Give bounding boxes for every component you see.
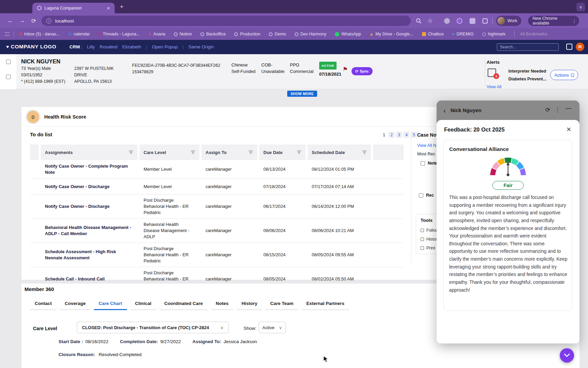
docs-extension-icon[interactable] [470, 13, 475, 28]
nav-link[interactable]: Same Origin [189, 44, 214, 49]
bookmarks-divider-right [514, 31, 514, 37]
pagination-item[interactable]: 3 [396, 132, 402, 138]
nav-link[interactable]: Open Popup [152, 44, 178, 49]
site-info-icon[interactable]: i [46, 18, 51, 24]
header-cell[interactable]: Assign To [201, 144, 257, 160]
crm-label: CRM [69, 44, 80, 49]
browser-tab[interactable]: Laguna Companion × [32, 3, 115, 13]
filter-icon[interactable] [297, 150, 301, 154]
tab-care-chart[interactable]: Care Chart [94, 298, 127, 310]
filter-icon[interactable] [129, 150, 133, 154]
rail-checkbox-1[interactable] [6, 60, 11, 64]
back-chevron-icon[interactable]: ‹ [443, 106, 446, 114]
bookmark-star-icon[interactable]: ☆ [427, 13, 433, 28]
refresh-icon[interactable]: ⟳ [545, 106, 550, 113]
todo-row[interactable]: Notify Case Owner - Discharge Member Lev… [30, 179, 404, 195]
show-more-button[interactable]: SHOW MORE [287, 91, 317, 97]
filter-icon[interactable] [191, 150, 195, 154]
due-date-cell: 08/06/2024 [259, 225, 306, 236]
bookmark-item[interactable]: Demo [269, 32, 286, 36]
assign-to-cell: careManager [201, 164, 257, 175]
bookmark-item[interactable]: Backoffice [200, 32, 226, 36]
bookmark-item[interactable]: WhatsApp [335, 32, 361, 36]
tab-external-partners[interactable]: External Partners [301, 298, 349, 310]
bookmark-item[interactable]: ▲My Drive - Google... [370, 32, 413, 36]
rail-checkbox-2[interactable] [6, 75, 11, 79]
tool-item-print[interactable]: Print [421, 246, 435, 250]
pagination-item[interactable]: 4 [403, 132, 410, 138]
bookmark-item[interactable]: MInbox (5) - danas... [19, 32, 60, 36]
tab-close-icon[interactable]: × [105, 5, 111, 11]
view-all-notes-link[interactable]: View All N [417, 143, 436, 148]
tab-contact[interactable]: Contact [30, 298, 56, 310]
header-cell[interactable]: Due Date [259, 144, 306, 160]
bookmark-item[interactable]: ∴Asana [148, 32, 165, 36]
rec-checkbox[interactable] [419, 193, 423, 198]
care-level-select[interactable]: CLOSED: Post Discharge - Transition of C… [77, 322, 229, 333]
bookmark-item[interactable]: #Threads - Laguna... [98, 32, 140, 36]
show-select[interactable]: Active ∨ [259, 322, 286, 333]
extensions-puzzle-icon[interactable] [483, 13, 488, 28]
side-panel-icon[interactable] [5, 32, 10, 36]
bookmark-item[interactable]: Chatbox [422, 32, 444, 36]
kebab-menu-icon[interactable]: ⋮ [555, 106, 560, 113]
rec-checkbox-row[interactable]: Rec [419, 193, 434, 198]
actions-button[interactable]: Actions [550, 70, 578, 80]
todo-row[interactable]: Behavioral Health Disease Management - A… [30, 219, 404, 243]
browser-profile-chip[interactable]: Work [496, 16, 521, 26]
note-checkbox-row[interactable]: Note [421, 161, 437, 166]
bookmark-item[interactable]: Notion [174, 32, 192, 36]
tab-search-chevron-icon[interactable]: ∨ [576, 3, 585, 11]
filter-icon[interactable] [248, 150, 253, 154]
header-cell[interactable]: Care Level [140, 144, 199, 160]
nav-link[interactable]: Elizabeth [122, 44, 141, 49]
flag-icon[interactable]: ⚑ [343, 66, 348, 73]
nav-link[interactable]: Lilly [87, 44, 95, 49]
site-circle-icon [174, 32, 178, 36]
filter-icon[interactable] [362, 150, 367, 154]
nav-link[interactable]: Rosalind [100, 44, 118, 49]
bookmark-item[interactable]: Dev Harmony [295, 32, 326, 36]
todo-row[interactable]: Schedule Assessment - High Risk Neonate … [30, 243, 404, 267]
url-bar[interactable]: i localhost [42, 16, 411, 26]
crm-search-input[interactable] [497, 43, 559, 51]
reload-icon[interactable]: ⟳ [31, 13, 36, 28]
tool-item-follow[interactable]: Follow [421, 228, 439, 233]
new-tab-button[interactable]: + [120, 3, 124, 11]
tab-coverage[interactable]: Coverage [60, 298, 91, 310]
bookmark-item[interactable]: Gcalendar [68, 32, 90, 36]
tab-care-team[interactable]: Care Team [265, 298, 298, 310]
minimize-icon[interactable]: — [566, 105, 571, 112]
tab-coordinated-care[interactable]: Coordinated Care [160, 298, 208, 310]
app-square-icon [422, 32, 426, 36]
close-icon[interactable]: ✕ [566, 126, 571, 133]
todo-row[interactable]: Notify Case Owner - Complete Program Not… [30, 160, 404, 179]
bookmark-item[interactable]: highmark [482, 32, 505, 36]
todo-row[interactable]: Notify Case Owner - Discharge Post Disch… [30, 195, 404, 219]
pagination-item[interactable]: 2 [388, 132, 395, 138]
header-cell[interactable]: Scheduled Date [308, 144, 371, 160]
pagination-item[interactable]: 5 [411, 132, 417, 138]
sync-button[interactable]: ⟳ Sync [352, 67, 373, 75]
tab-notes[interactable]: Notes [211, 298, 233, 310]
crm-user-avatar[interactable]: IR [576, 43, 584, 51]
forward-icon[interactable]: → [19, 13, 25, 28]
pagination-item[interactable]: 1 [381, 132, 387, 138]
note-checkbox[interactable] [421, 161, 425, 166]
chrome-update-button[interactable]: New Chrome available ⋮ [528, 16, 579, 26]
panel-toggle-icon[interactable] [566, 44, 572, 50]
purple-extension-icon[interactable] [457, 13, 462, 28]
zoom-icon[interactable] [416, 13, 422, 28]
view-all-link[interactable]: View All [487, 85, 502, 89]
tab-clinical[interactable]: Clinical [130, 298, 156, 310]
bookmark-item[interactable]: Production [234, 32, 260, 36]
browser-menu-kebab-icon[interactable]: ⋮ [572, 18, 577, 24]
password-extension-icon[interactable] [444, 13, 450, 28]
scroll-down-fab[interactable] [560, 348, 574, 363]
tab-history[interactable]: History [237, 298, 262, 310]
back-icon[interactable]: ← [7, 13, 13, 28]
bookmark-item[interactable]: ≈DREMIO [452, 32, 474, 36]
care-level-label: Care Level [33, 326, 57, 331]
all-bookmarks-label[interactable]: All Bookmarks [520, 32, 547, 36]
header-cell[interactable]: Assignments [41, 144, 137, 160]
